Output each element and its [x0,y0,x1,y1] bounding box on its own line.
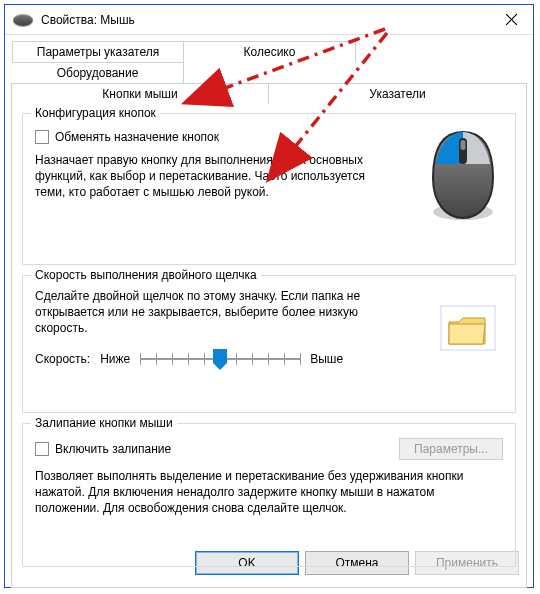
group-legend: Конфигурация кнопок [31,106,160,120]
tab-pointer-options[interactable]: Параметры указателя [12,41,184,62]
clicklock-checkbox[interactable] [35,442,49,456]
tab-label: Кнопки мыши [102,87,177,101]
swap-buttons-description: Назначает правую кнопку для выполнения т… [35,152,375,201]
tab-body-buttons: Конфигурация кнопок Обменять назначение … [11,103,527,588]
mouse-icon [423,124,503,224]
doubleclick-test-folder-icon[interactable] [439,304,497,352]
tab-buttons[interactable]: Кнопки мыши [11,83,269,104]
svg-rect-4 [461,140,466,150]
mouse-app-icon [13,14,33,26]
close-icon [506,14,517,25]
group-button-config: Конфигурация кнопок Обменять назначение … [22,113,516,265]
speed-high-label: Выше [310,352,343,366]
clicklock-description: Позволяет выполнять выделение и перетаск… [35,468,495,517]
tab-label: Колесико [244,45,296,59]
tab-label: Оборудование [57,66,139,80]
speed-label: Скорость: [35,352,90,366]
tab-pointers[interactable]: Указатели [269,83,527,104]
clicklock-settings-button: Параметры... [399,438,503,460]
group-doubleclick: Скорость выполнения двойного щелчка Сдел… [22,275,516,413]
close-button[interactable] [491,6,531,34]
group-clicklock: Залипание кнопки мыши Включить залипание… [22,423,516,567]
tab-label: Указатели [369,87,425,101]
swap-buttons-checkbox[interactable] [35,130,49,144]
titlebar: Свойства: Мышь [5,5,533,35]
clicklock-label: Включить залипание [55,442,171,456]
doubleclick-description: Сделайте двойной щелчок по этому значку.… [35,288,365,337]
tab-hardware[interactable]: Оборудование [12,62,184,83]
group-legend: Скорость выполнения двойного щелчка [31,268,261,282]
swap-buttons-label: Обменять назначение кнопок [55,130,219,144]
doubleclick-speed-slider[interactable] [140,347,300,371]
group-legend: Залипание кнопки мыши [31,416,177,430]
speed-low-label: Ниже [100,352,130,366]
tab-label: Параметры указателя [37,45,159,59]
window-title: Свойства: Мышь [41,13,491,27]
tab-wheel[interactable]: Колесико [184,41,356,62]
slider-thumb[interactable] [213,349,227,369]
